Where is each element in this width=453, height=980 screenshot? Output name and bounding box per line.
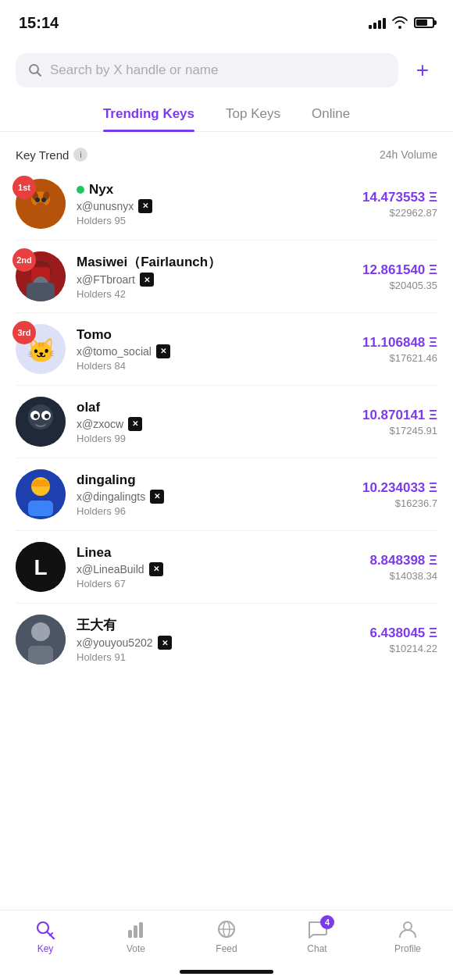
add-button[interactable]: + <box>408 55 437 85</box>
list-header: Key Trend i 24h Volume <box>0 138 453 168</box>
key-item-olaf[interactable]: olaf x@zxocw ✕ Holders 99 10.870141 Ξ $1… <box>16 386 437 458</box>
key-handle: x@unusnyx <box>77 200 134 212</box>
key-item-masiwei[interactable]: 2nd Masiwei（Fairlaunch） x@FTbroart ✕ Hol… <box>16 241 437 313</box>
key-item-tomo[interactable]: 🐱 3rd Tomo x@tomo_social ✕ Holders 84 11… <box>16 313 437 386</box>
content-area: Key Trend i 24h Volume <box>0 138 453 754</box>
key-price: 8.848398 Ξ <box>369 553 437 568</box>
key-usd: $17621.46 <box>362 352 437 364</box>
nav-item-vote[interactable]: Vote <box>112 918 159 954</box>
wifi-icon <box>392 16 408 29</box>
rank-avatar-olaf <box>16 397 66 447</box>
nav-label-vote: Vote <box>127 943 145 954</box>
nav-label-profile: Profile <box>394 943 421 954</box>
search-bar[interactable]: Search by X handle or name <box>16 53 398 87</box>
info-icon[interactable]: i <box>73 148 87 162</box>
key-handle: x@FTbroart <box>77 273 135 286</box>
key-usd: $20405.35 <box>362 280 437 291</box>
x-social-icon[interactable]: ✕ <box>150 490 164 504</box>
key-nav-icon <box>34 918 56 940</box>
key-name: Linea <box>77 545 111 561</box>
rank-badge-2nd: 2nd <box>12 248 36 272</box>
tab-trending[interactable]: Trending Keys <box>103 106 194 131</box>
key-info-wang: 王大有 x@youyou5202 ✕ Holders 91 <box>77 616 358 663</box>
home-indicator <box>180 970 273 974</box>
key-holders: Holders 99 <box>77 433 351 444</box>
rank-badge-1st: 1st <box>12 176 36 199</box>
key-info-olaf: olaf x@zxocw ✕ Holders 99 <box>77 400 351 444</box>
key-holders: Holders 91 <box>77 651 358 663</box>
status-bar: 15:14 <box>0 0 453 41</box>
key-handle: x@zxocw <box>77 418 123 430</box>
key-item-dingaling[interactable]: dingaling x@dingalingts ✕ Holders 96 10.… <box>16 458 437 531</box>
svg-point-38 <box>404 922 412 930</box>
key-info-linea: Linea x@LineaBuild ✕ Holders 67 <box>77 545 358 590</box>
avatar-dingaling <box>16 469 66 519</box>
key-name: Masiwei（Fairlaunch） <box>77 253 221 271</box>
key-info-nyx: Nyx x@unusnyx ✕ Holders 95 <box>77 182 351 226</box>
key-value-dingaling: 10.234033 Ξ $16236.7 <box>362 480 437 509</box>
key-usd: $22962.87 <box>362 207 437 219</box>
svg-rect-12 <box>27 283 55 301</box>
rank-avatar-wang <box>16 615 66 665</box>
key-item-linea[interactable]: L Linea x@LineaBuild ✕ Holders 67 8.8483… <box>16 531 437 604</box>
key-info-dingaling: dingaling x@dingalingts ✕ Holders 96 <box>77 472 351 517</box>
x-social-icon[interactable]: ✕ <box>156 344 170 358</box>
key-usd: $17245.91 <box>362 425 437 437</box>
status-time: 15:14 <box>19 14 59 32</box>
key-value-wang: 6.438045 Ξ $10214.22 <box>369 625 437 654</box>
key-name: 王大有 <box>77 616 116 634</box>
svg-rect-33 <box>134 925 137 938</box>
x-social-icon[interactable]: ✕ <box>158 636 172 650</box>
key-value-tomo: 11.106848 Ξ $17621.46 <box>362 335 437 364</box>
add-icon: + <box>416 58 429 83</box>
key-price: 12.861540 Ξ <box>362 262 437 278</box>
avatar-wang <box>16 615 66 665</box>
svg-point-7 <box>36 202 45 208</box>
key-price: 10.870141 Ξ <box>362 408 437 423</box>
search-placeholder: Search by X handle or name <box>50 62 218 78</box>
tab-top-keys[interactable]: Top Keys <box>226 106 280 131</box>
key-usd: $16236.7 <box>362 497 437 509</box>
key-list: 1st Nyx x@unusnyx ✕ Holders 95 14.473553… <box>0 168 453 675</box>
online-indicator <box>77 186 84 194</box>
key-holders: Holders 96 <box>77 505 351 517</box>
x-social-icon[interactable]: ✕ <box>149 562 163 576</box>
x-social-icon[interactable]: ✕ <box>138 199 152 213</box>
svg-point-6 <box>41 198 46 202</box>
nav-item-key[interactable]: Key <box>22 918 69 954</box>
avatar-linea: L <box>16 542 66 592</box>
search-icon <box>28 63 42 77</box>
key-value-nyx: 14.473553 Ξ $22962.87 <box>362 190 437 219</box>
key-info-tomo: Tomo x@tomo_social ✕ Holders 84 <box>77 327 351 372</box>
battery-icon <box>414 17 434 28</box>
nav-item-profile[interactable]: Profile <box>384 918 431 954</box>
nav-item-chat[interactable]: 4 Chat <box>294 918 341 954</box>
key-holders: Holders 95 <box>77 215 351 226</box>
tab-online[interactable]: Online <box>312 106 350 131</box>
svg-point-20 <box>45 414 49 419</box>
x-social-icon[interactable]: ✕ <box>140 273 154 287</box>
key-item-nyx[interactable]: 1st Nyx x@unusnyx ✕ Holders 95 14.473553… <box>16 168 437 241</box>
svg-text:L: L <box>34 555 47 579</box>
svg-rect-23 <box>28 501 53 516</box>
key-price: 11.106848 Ξ <box>362 335 437 351</box>
nav-item-feed[interactable]: Feed <box>203 918 250 954</box>
key-trend-label: Key Trend <box>16 148 69 162</box>
x-social-icon[interactable]: ✕ <box>128 417 142 431</box>
nav-label-key: Key <box>37 943 54 954</box>
key-item-wang[interactable]: 王大有 x@youyou5202 ✕ Holders 91 6.438045 Ξ… <box>16 604 437 675</box>
rank-avatar-nyx: 1st <box>16 179 66 229</box>
svg-rect-32 <box>128 930 132 938</box>
rank-avatar-linea: L <box>16 542 66 592</box>
rank-avatar-masiwei: 2nd <box>16 251 66 301</box>
vote-nav-icon <box>125 918 147 940</box>
key-price: 6.438045 Ξ <box>369 625 437 641</box>
key-value-masiwei: 12.861540 Ξ $20405.35 <box>362 262 437 291</box>
key-handle: x@tomo_social <box>77 345 152 358</box>
key-holders: Holders 84 <box>77 360 351 372</box>
key-price: 10.234033 Ξ <box>362 480 437 496</box>
chat-badge: 4 <box>320 915 334 929</box>
feed-nav-icon <box>216 918 237 940</box>
key-value-linea: 8.848398 Ξ $14038.34 <box>369 553 437 582</box>
avatar-olaf <box>16 397 66 447</box>
